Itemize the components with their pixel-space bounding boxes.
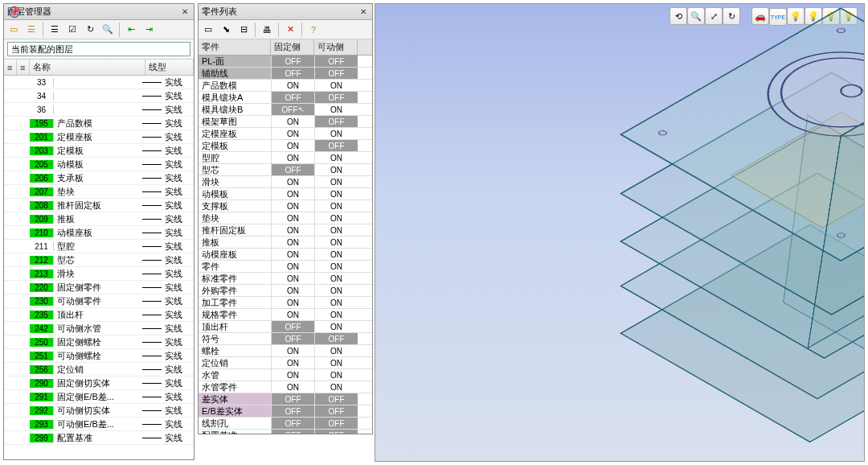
fixed-side-toggle[interactable]: OFF [271,405,314,417]
fixed-side-toggle[interactable]: ON [271,152,314,163]
layer-row[interactable]: 211型腔实线 [4,240,194,253]
movable-side-toggle[interactable]: ON [314,128,358,139]
layer-row[interactable]: 293可动侧E/B差...实线 [4,418,194,431]
movable-side-toggle[interactable]: ON [314,200,358,212]
layer-row[interactable]: 203定模板实线 [4,144,194,158]
fixed-side-toggle[interactable]: ON [271,381,314,393]
parts-row[interactable]: 螺栓ONON [199,345,372,357]
parts-row[interactable]: E/B差实体OFFOFF [199,405,372,418]
layer-row[interactable]: 207垫块实线 [4,185,194,199]
layer-row[interactable]: 251可动侧螺栓实线 [4,349,194,363]
new-layer-icon[interactable]: ▭ [6,22,22,38]
checklist-icon[interactable]: ☑ [64,22,80,38]
movable-side-toggle[interactable]: ON [314,357,358,368]
view-tool-button[interactable]: 🔍 [687,7,705,25]
movable-side-toggle[interactable]: OFF [314,56,358,67]
fixed-side-toggle[interactable]: ON [271,140,314,151]
layer-row[interactable]: 220固定侧零件实线 [4,281,194,294]
fixed-side-toggle[interactable]: ON [271,200,314,212]
movable-side-toggle[interactable]: ON [314,309,358,320]
parts-row[interactable]: 顶出杆OFFON [199,321,372,333]
layer-row[interactable]: 34实线 [4,89,194,103]
movable-side-toggle[interactable]: OFF [314,333,358,344]
3d-viewport[interactable]: ⟲🔍⤢↻ 🚗TYPE💡💡💡💡 [375,3,865,462]
movable-side-toggle[interactable]: OFF [314,68,358,79]
fixed-side-toggle[interactable]: OFF [271,321,314,332]
layer-row[interactable]: 290固定侧切实体实线 [4,377,194,390]
parts-row[interactable]: 水管ONON [199,369,372,381]
fixed-side-toggle[interactable]: ON [271,237,314,248]
fixed-side-toggle[interactable]: ON [271,128,314,139]
fixed-side-toggle[interactable]: ON [271,80,314,91]
parts-row[interactable]: 支撑板ONON [199,200,372,212]
view-tool-button[interactable]: ⤢ [705,7,723,25]
layer-row[interactable]: 208推杆固定板实线 [4,199,194,212]
fixed-side-toggle[interactable]: ON [271,369,314,381]
movable-side-toggle[interactable]: ON [314,188,358,200]
parts-row[interactable]: 滑块ONON [199,176,372,188]
movable-side-toggle[interactable]: ON [314,297,358,308]
fixed-side-toggle[interactable]: ON [271,357,314,368]
layer-row[interactable]: 242可动侧水管实线 [4,322,194,335]
parts-row[interactable]: 差实体OFFOFF [199,393,372,405]
movable-side-toggle[interactable]: OFF [314,405,358,417]
view-tool-button[interactable]: 💡 [787,7,805,25]
parts-row[interactable]: 规格零件ONON [199,309,372,321]
movable-side-toggle[interactable]: ON [314,261,358,272]
find-icon[interactable]: 🔍 [100,22,116,38]
layer-row[interactable]: 230可动侧零件实线 [4,294,194,308]
help-icon[interactable]: ? [305,22,321,38]
movable-side-toggle[interactable]: OFF [314,430,358,434]
pin-icon[interactable]: 📌 [9,6,20,18]
parts-row[interactable]: 模具镶块AOFFOFF [199,92,372,104]
parts-row[interactable]: 定模座板ONON [199,128,372,140]
movable-side-toggle[interactable]: ON [314,224,358,236]
fixed-side-toggle[interactable]: ON [271,273,314,284]
movable-side-toggle[interactable]: ON [314,212,358,224]
movable-side-toggle[interactable]: ON [314,381,358,393]
close-icon[interactable]: ✕ [358,6,369,18]
layer-row[interactable]: 291固定侧E/B差...实线 [4,390,194,404]
fixed-side-toggle[interactable]: ON [271,285,314,296]
export-icon[interactable]: ⇥ [141,22,157,38]
view-tool-button[interactable]: TYPE [769,8,787,26]
fixed-side-toggle[interactable]: OFF [271,68,314,79]
layer-row[interactable]: 212型芯实线 [4,253,194,267]
fixed-side-toggle[interactable]: OFF [271,164,314,175]
col-expand[interactable]: ≡ [4,60,17,75]
delete-icon[interactable]: ✕ [282,22,298,38]
parts-row[interactable]: 标准零件ONON [199,273,372,285]
layers-icon[interactable]: ☰ [23,22,39,38]
col-linetype-header[interactable]: 线型 [145,60,194,75]
fixed-side-toggle[interactable]: ON [271,309,314,320]
layer-row[interactable]: 33实线 [4,76,194,89]
layer-row[interactable]: 206支承板实线 [4,171,194,185]
parts-table-body[interactable]: PL-面OFFOFF辅助线OFFOFF产品数模ONON模具镶块AOFFOFF模具… [199,56,372,434]
movable-side-toggle[interactable]: ON [314,176,358,187]
movable-side-toggle[interactable]: OFF [314,140,358,151]
movable-side-toggle[interactable]: ON [314,152,358,163]
movable-side-toggle[interactable]: ON [314,249,358,260]
view-tool-button[interactable]: ⟲ [669,7,687,25]
fixed-side-toggle[interactable]: ON [271,188,314,200]
fixed-side-toggle[interactable]: OFF [271,393,314,405]
col-movable-header[interactable]: 可动侧 [314,39,358,55]
parts-row[interactable]: 配置基准OFFOFF [199,430,372,434]
unlink-icon[interactable]: ⊟ [235,22,252,38]
fixed-side-toggle[interactable]: ON [271,224,314,236]
parts-row[interactable]: 产品数模ONON [199,80,372,92]
movable-side-toggle[interactable]: OFF [314,116,358,127]
layer-row[interactable]: 250固定侧螺栓实线 [4,335,194,349]
movable-side-toggle[interactable]: ON [314,285,358,296]
movable-side-toggle[interactable]: OFF [314,418,358,429]
view-tool-button[interactable]: ↻ [723,7,740,25]
parts-row[interactable]: 定模板ONOFF [199,140,372,152]
fixed-side-toggle[interactable]: OFF [271,56,314,67]
parts-row[interactable]: 线割孔OFFOFF [199,418,372,430]
layer-row[interactable]: 210动模座板实线 [4,226,194,240]
parts-row[interactable]: PL-面OFFOFF [199,56,372,68]
parts-row[interactable]: 符号OFFOFF [199,333,372,345]
fixed-side-toggle[interactable]: ON [271,297,314,308]
layer-row[interactable]: 201定模座板实线 [4,130,194,144]
fixed-side-toggle[interactable]: ON [271,116,314,127]
